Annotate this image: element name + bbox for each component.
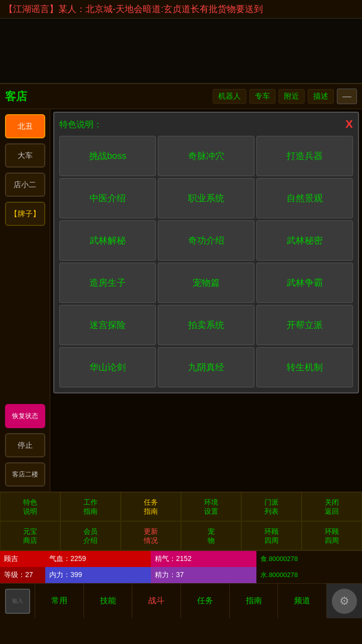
modal-grid-cell-4[interactable]: 职业系统: [158, 178, 254, 218]
minimize-button[interactable]: —: [337, 89, 357, 104]
modal-grid-cell-15[interactable]: 华山论剑: [59, 347, 156, 387]
sidebar-btn-inn[interactable]: 客店二楼: [5, 462, 45, 487]
modal-grid-cell-1[interactable]: 奇脉冲穴: [158, 136, 254, 176]
func-row1-btn-3[interactable]: 环境 设置: [181, 492, 241, 521]
modal-grid-cell-9[interactable]: 造房生子: [59, 263, 156, 303]
nav-icon-label: 输入: [12, 597, 23, 605]
func-row2-btn-1[interactable]: 会员 介绍: [60, 521, 121, 550]
food-status: 食.80000278: [256, 551, 362, 567]
modal-grid-cell-5[interactable]: 自然景观: [256, 178, 353, 218]
modal-grid-cell-8[interactable]: 武林秘密: [256, 220, 353, 261]
page-title: 客店: [5, 89, 27, 104]
sidebar-btn-sign[interactable]: 【牌子】: [5, 202, 45, 226]
nav-icon-box: 输入: [5, 589, 30, 614]
modal-close-button[interactable]: X: [345, 118, 353, 131]
func-row2-btn-3[interactable]: 宠 物: [181, 521, 241, 550]
nav-btn-指南[interactable]: 指南: [230, 584, 279, 618]
level-status: 等级：27: [0, 567, 45, 583]
ticker-text: 【江湖谣言】某人：北京城-天地会暗道:玄贞道长有批货物要送到: [4, 4, 263, 14]
water-status: 水.80000278: [256, 567, 362, 583]
func-row1-btn-5[interactable]: 关闭 返回: [302, 492, 362, 521]
nav-btn-任务[interactable]: 任务: [181, 584, 230, 618]
nav-btn-技能[interactable]: 技能: [84, 584, 133, 618]
inner-bar: 内力：399: [45, 567, 151, 583]
modal-grid-cell-10[interactable]: 宠物篇: [158, 263, 254, 303]
main-area: 北丑 大车 店小二 【牌子】 恢复状态 停止 客店二楼 特色说明： X: [0, 109, 362, 492]
sidebar-btn-shop-clerk[interactable]: 店小二: [5, 173, 45, 197]
func-row2-btn-0[interactable]: 元宝 商店: [0, 521, 60, 550]
modal-grid-cell-7[interactable]: 奇功介绍: [158, 220, 254, 261]
nav-btn-常用[interactable]: 常用: [35, 584, 84, 618]
modal-header: 特色说明： X: [59, 118, 353, 131]
char-name: 顾吉: [0, 551, 45, 567]
modal-grid-cell-2[interactable]: 打造兵器: [256, 136, 353, 176]
func-row1-btn-0[interactable]: 特色 说明: [0, 492, 60, 521]
sidebar-btn-dache[interactable]: 大车: [5, 143, 45, 168]
func-row1-btn-4[interactable]: 门派 列表: [241, 492, 302, 521]
gear-button[interactable]: ⚙: [327, 584, 362, 618]
sidebar-btn-beichou[interactable]: 北丑: [5, 114, 45, 138]
modal-grid-cell-11[interactable]: 武林争霸: [256, 263, 353, 303]
stamina-bar: 精力：37: [151, 567, 256, 583]
robot-button[interactable]: 机器人: [213, 89, 246, 104]
car-button[interactable]: 专车: [249, 89, 276, 104]
modal-grid-cell-0[interactable]: 挑战boss: [59, 136, 156, 176]
func-row-2: 元宝 商店会员 介绍更新 情况宠 物环顾 四周环顾 四周: [0, 521, 362, 550]
hp-bar: 气血：2259: [45, 551, 151, 567]
mp-bar: 精气：2152: [151, 551, 256, 567]
sidebar-btn-restore[interactable]: 恢复状态: [5, 404, 45, 428]
nav-btn-战斗[interactable]: 战斗: [132, 584, 181, 618]
status-row-1: 顾吉 气血：2259 精气：2152 食.80000278: [0, 551, 362, 567]
modal-grid-cell-14[interactable]: 开帮立派: [256, 305, 353, 345]
sidebar: 北丑 大车 店小二 【牌子】 恢复状态 停止 客店二楼: [0, 109, 50, 492]
content-area: 特色说明： X 挑战boss奇脉冲穴打造兵器中医介绍职业系统自然景观武林解秘奇功…: [50, 109, 362, 492]
status-area: 顾吉 气血：2259 精气：2152 食.80000278 等级：27 内力：3…: [0, 551, 362, 583]
modal-overlay: 特色说明： X 挑战boss奇脉冲穴打造兵器中医介绍职业系统自然景观武林解秘奇功…: [50, 109, 362, 492]
modal-box: 特色说明： X 挑战boss奇脉冲穴打造兵器中医介绍职业系统自然景观武林解秘奇功…: [53, 112, 359, 393]
func-row1-btn-2[interactable]: 任务 指南: [121, 492, 181, 521]
ticker-bar: 【江湖谣言】某人：北京城-天地会暗道:玄贞道长有批货物要送到: [0, 0, 362, 19]
function-bar: 特色 说明工作 指南任务 指南环境 设置门派 列表关闭 返回 元宝 商店会员 介…: [0, 492, 362, 551]
bottom-nav: 输入 常用技能战斗任务指南频道⚙: [0, 583, 362, 618]
nearby-button[interactable]: 附近: [279, 89, 305, 104]
func-row1-btn-1[interactable]: 工作 指南: [60, 492, 121, 521]
modal-grid: 挑战boss奇脉冲穴打造兵器中医介绍职业系统自然景观武林解秘奇功介绍武林秘密造房…: [59, 136, 353, 387]
gear-icon: ⚙: [332, 589, 357, 614]
status-row-2: 等级：27 内力：399 精力：37 水.80000278: [0, 567, 362, 583]
modal-grid-cell-6[interactable]: 武林解秘: [59, 220, 156, 261]
modal-grid-cell-16[interactable]: 九阴真经: [158, 347, 254, 387]
sidebar-btn-stop[interactable]: 停止: [5, 433, 45, 457]
nav-icon-area: 输入: [0, 584, 35, 618]
func-row2-btn-2[interactable]: 更新 情况: [121, 521, 181, 550]
func-row-1: 特色 说明工作 指南任务 指南环境 设置门派 列表关闭 返回: [0, 492, 362, 521]
modal-grid-cell-13[interactable]: 拍卖系统: [158, 305, 254, 345]
modal-grid-cell-3[interactable]: 中医介绍: [59, 178, 156, 218]
func-row2-btn-5[interactable]: 环顾 四周: [302, 521, 362, 550]
modal-title: 特色说明：: [59, 119, 102, 130]
header: 客店 机器人 专车 附近 描述 —: [0, 84, 362, 109]
func-row2-btn-4[interactable]: 环顾 四周: [241, 521, 302, 550]
map-area: [0, 19, 362, 84]
desc-button[interactable]: 描述: [308, 89, 334, 104]
modal-grid-cell-12[interactable]: 迷宫探险: [59, 305, 156, 345]
modal-grid-cell-17[interactable]: 转生机制: [256, 347, 353, 387]
nav-btn-频道[interactable]: 频道: [278, 584, 327, 618]
